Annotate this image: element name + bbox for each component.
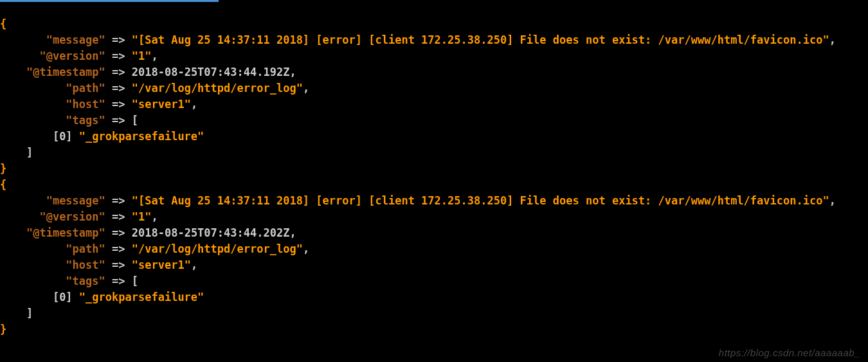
value-version: "1": [132, 210, 152, 223]
comma: ,: [191, 258, 197, 271]
arrow: =>: [112, 194, 125, 207]
arrow: =>: [112, 210, 125, 223]
key-tags: "tags": [66, 275, 105, 287]
scrollbar-indicator: [0, 0, 219, 2]
arrow: =>: [112, 66, 125, 78]
comma: ,: [289, 66, 296, 78]
tag-index: [0]: [53, 291, 73, 303]
watermark: https://blog.csdn.net/aaaaaab_: [719, 347, 860, 358]
tag-value: "_grokparsefailure": [79, 130, 204, 143]
arrow: =>: [112, 258, 125, 271]
value-timestamp: 2018-08-25T07:43:44.202Z: [132, 226, 290, 239]
open-bracket: [: [132, 275, 138, 287]
key-host: "host": [66, 98, 105, 111]
close-bracket: ]: [26, 146, 33, 159]
tag-value: "_grokparsefailure": [79, 291, 204, 303]
close-brace: }: [0, 323, 6, 336]
key-timestamp: "@timestamp": [26, 66, 105, 78]
key-message: "message": [46, 33, 105, 46]
value-message: "[Sat Aug 25 14:37:11 2018] [error] [cli…: [132, 194, 829, 207]
arrow: =>: [112, 275, 125, 287]
key-timestamp: "@timestamp": [26, 226, 105, 239]
open-bracket: [: [132, 114, 138, 127]
key-tags: "tags": [66, 114, 105, 127]
arrow: =>: [112, 82, 125, 95]
value-message: "[Sat Aug 25 14:37:11 2018] [error] [cli…: [132, 33, 829, 46]
value-path: "/var/log/httpd/error_log": [132, 242, 303, 255]
arrow: =>: [112, 242, 125, 255]
close-brace: }: [0, 162, 6, 175]
value-host: "server1": [132, 258, 191, 271]
value-version: "1": [132, 50, 152, 62]
arrow: =>: [112, 98, 125, 111]
key-version: "@version": [39, 210, 105, 223]
comma: ,: [151, 210, 158, 223]
arrow: =>: [112, 114, 125, 127]
arrow: =>: [112, 226, 125, 239]
arrow: =>: [112, 50, 125, 62]
comma: ,: [303, 242, 309, 255]
open-brace: {: [0, 17, 6, 30]
comma: ,: [289, 226, 296, 239]
comma: ,: [303, 82, 309, 95]
comma: ,: [829, 194, 836, 207]
comma: ,: [151, 50, 158, 62]
key-version: "@version": [39, 50, 105, 62]
key-path: "path": [66, 242, 105, 255]
open-brace: {: [0, 178, 6, 191]
key-host: "host": [66, 258, 105, 271]
terminal-output: { "message" => "[Sat Aug 25 14:37:11 201…: [0, 0, 868, 338]
value-timestamp: 2018-08-25T07:43:44.192Z: [132, 66, 290, 78]
arrow: =>: [112, 33, 125, 46]
key-message: "message": [46, 194, 105, 207]
tag-index: [0]: [53, 130, 73, 143]
value-host: "server1": [132, 98, 191, 111]
value-path: "/var/log/httpd/error_log": [132, 82, 303, 95]
comma: ,: [829, 33, 836, 46]
comma: ,: [191, 98, 197, 111]
close-bracket: ]: [26, 307, 33, 320]
key-path: "path": [66, 82, 105, 95]
